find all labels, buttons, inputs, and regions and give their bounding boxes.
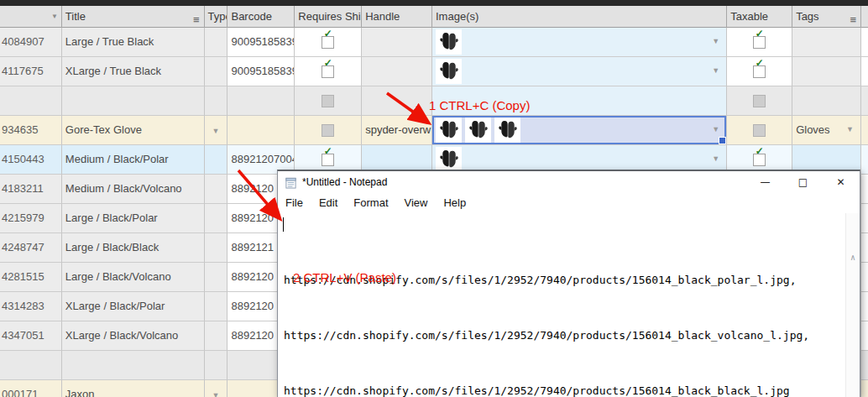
taxable-checkbox[interactable] xyxy=(753,95,766,107)
cell-barcode[interactable]: 90095185839 xyxy=(227,28,295,57)
cell-title[interactable]: Gore-Tex Glove xyxy=(62,116,205,145)
cell-id[interactable]: 4248747 xyxy=(0,233,62,263)
cell-extra[interactable] xyxy=(861,321,868,351)
cell-extra[interactable] xyxy=(861,380,868,397)
menu-edit[interactable]: Edit xyxy=(319,196,337,209)
requires-shipping-checkbox[interactable]: ✓ xyxy=(322,36,334,49)
product-image-thumbnail[interactable] xyxy=(436,147,462,172)
header-handle[interactable]: Handle xyxy=(362,6,432,28)
images-dropdown-icon[interactable]: ▼ xyxy=(712,116,719,144)
cell-taxable[interactable] xyxy=(727,86,792,116)
cell-images[interactable]: ▼ xyxy=(432,116,727,145)
taxable-checkbox[interactable]: ✓ xyxy=(753,154,766,166)
menu-view[interactable]: View xyxy=(405,196,428,209)
cell-tags[interactable] xyxy=(792,57,861,86)
cell-type[interactable] xyxy=(205,28,228,57)
cell-title[interactable]: XLarge / Black/Volcano xyxy=(62,321,205,351)
cell-id[interactable]: 4150443 xyxy=(0,145,62,175)
header-requires-shipping[interactable]: Requires Shipping xyxy=(295,6,362,28)
cell-id[interactable] xyxy=(0,351,62,380)
header-tags[interactable]: Tags ≡ xyxy=(792,6,861,28)
cell-id[interactable]: 4215979 xyxy=(0,204,62,233)
product-image-thumbnail[interactable] xyxy=(436,59,462,84)
cell-tags[interactable] xyxy=(792,86,861,116)
cell-requires-shipping[interactable] xyxy=(295,86,362,116)
cell-title[interactable]: Medium / Black/Volcano xyxy=(62,175,205,204)
requires-shipping-checkbox[interactable]: ✓ xyxy=(322,154,334,166)
cell-extra[interactable] xyxy=(861,175,868,204)
cell-id[interactable]: 4084907 xyxy=(0,28,62,57)
cell-images[interactable]: ▼ xyxy=(432,28,727,57)
cell-handle[interactable] xyxy=(362,57,432,86)
minimize-button[interactable]: — xyxy=(746,171,784,193)
product-image-thumbnail[interactable] xyxy=(465,118,491,143)
images-dropdown-icon[interactable]: ▼ xyxy=(712,28,719,55)
header-barcode[interactable]: Barcode xyxy=(227,6,295,28)
header-title[interactable]: Title ≡ xyxy=(62,6,205,28)
cell-type[interactable]: ▼ xyxy=(205,380,228,397)
cell-type[interactable] xyxy=(205,57,228,86)
cell-handle[interactable]: spyder-overw xyxy=(362,116,432,145)
cell-id[interactable]: 4183211 xyxy=(0,175,62,204)
requires-shipping-checkbox[interactable] xyxy=(322,95,334,107)
cell-type[interactable] xyxy=(205,175,228,204)
maximize-button[interactable]: □ xyxy=(784,171,822,193)
cell-type[interactable] xyxy=(205,204,228,233)
cell-handle[interactable] xyxy=(362,86,432,116)
cell-requires-shipping[interactable]: ✓ xyxy=(295,28,362,57)
menu-help[interactable]: Help xyxy=(443,196,466,209)
cell-id[interactable]: 4281515 xyxy=(0,263,62,292)
cell-barcode[interactable] xyxy=(227,86,295,116)
cell-handle[interactable] xyxy=(362,28,432,57)
cell-tags[interactable] xyxy=(792,28,861,57)
cell-extra[interactable] xyxy=(861,28,868,57)
cell-extra[interactable] xyxy=(861,351,868,380)
cell-id[interactable]: 4314283 xyxy=(0,292,62,321)
cell-type[interactable] xyxy=(205,351,228,380)
cell-id[interactable]: 934635 xyxy=(0,116,62,145)
taxable-checkbox[interactable]: ✓ xyxy=(753,65,766,78)
cell-tags[interactable]: Gloves▼ xyxy=(792,116,861,145)
cell-barcode[interactable]: 90095185839 xyxy=(227,57,295,86)
cell-title[interactable] xyxy=(62,351,205,380)
cell-barcode[interactable] xyxy=(227,116,295,145)
header-taxable[interactable]: Taxable xyxy=(727,6,792,28)
cell-type[interactable] xyxy=(205,263,228,292)
type-dropdown-icon[interactable]: ▼ xyxy=(208,382,224,397)
cell-title[interactable]: Large / True Black xyxy=(62,28,205,57)
cell-taxable[interactable] xyxy=(727,116,792,145)
filter-dropdown-icon[interactable]: ▼ xyxy=(51,6,58,27)
cell-images[interactable] xyxy=(432,86,727,116)
cell-extra[interactable] xyxy=(861,145,868,175)
cell-title[interactable]: Medium / Black/Polar xyxy=(62,145,205,175)
close-button[interactable]: ✕ xyxy=(822,171,860,193)
cell-type[interactable] xyxy=(205,292,228,321)
cell-type[interactable]: ▼ xyxy=(205,116,228,145)
cell-requires-shipping[interactable] xyxy=(295,116,362,145)
product-image-thumbnail[interactable] xyxy=(436,29,462,55)
cell-id[interactable]: 000171 xyxy=(0,380,62,397)
cell-type[interactable] xyxy=(205,145,228,175)
cell-title[interactable] xyxy=(62,86,205,116)
taxable-checkbox[interactable] xyxy=(753,124,766,137)
header-type[interactable]: Type xyxy=(205,6,228,28)
requires-shipping-checkbox[interactable] xyxy=(322,124,334,137)
header-images[interactable]: Image(s) xyxy=(432,6,727,28)
cell-title[interactable]: Large / Black/Volcano xyxy=(62,263,205,292)
menu-format[interactable]: Format xyxy=(353,196,388,209)
cell-id[interactable]: 4347051 xyxy=(0,321,62,351)
type-dropdown-icon[interactable]: ▼ xyxy=(208,118,224,145)
cell-title[interactable]: Large / Black/Black xyxy=(62,233,205,263)
header-id[interactable]: ▼ xyxy=(0,6,62,28)
taxable-checkbox[interactable]: ✓ xyxy=(753,36,766,49)
cell-images[interactable]: ▼ xyxy=(432,57,727,86)
notepad-titlebar[interactable]: *Untitled - Notepad — □ ✕ xyxy=(278,171,860,193)
cell-extra[interactable] xyxy=(861,86,868,116)
notepad-scrollbar[interactable]: ∧ xyxy=(845,213,860,397)
cell-type[interactable] xyxy=(205,86,228,116)
column-menu-icon[interactable]: ≡ xyxy=(850,9,856,28)
tags-dropdown-icon[interactable]: ▼ xyxy=(846,116,854,144)
cell-requires-shipping[interactable]: ✓ xyxy=(295,57,362,86)
product-image-thumbnail[interactable] xyxy=(494,118,520,143)
cell-extra[interactable] xyxy=(861,116,868,145)
